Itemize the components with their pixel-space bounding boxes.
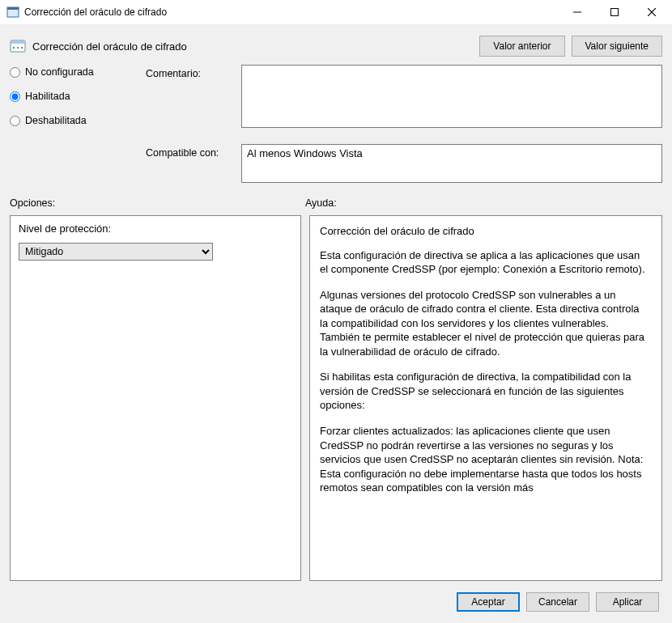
- svg-rect-1: [7, 7, 19, 10]
- minimize-button[interactable]: [559, 0, 596, 24]
- compatible-label: Compatible con:: [146, 144, 235, 159]
- panels: Nivel de protección: Mitigado Corrección…: [10, 215, 662, 581]
- help-title: Corrección del oráculo de cifrado: [320, 224, 647, 239]
- comment-textarea[interactable]: [241, 65, 662, 128]
- compatible-box: Al menos Windows Vista: [241, 144, 662, 183]
- radio-not-configured-input[interactable]: [10, 67, 20, 78]
- app-icon: [6, 6, 19, 19]
- radio-disabled-label: Deshabilitada: [25, 115, 87, 126]
- svg-rect-7: [11, 40, 25, 44]
- help-paragraph: Si habilitas esta configuración de direc…: [320, 370, 647, 413]
- radio-not-configured-label: No configurada: [25, 66, 94, 78]
- section-labels: Opciones: Ayuda:: [10, 197, 662, 209]
- svg-point-9: [17, 47, 19, 49]
- help-section-label: Ayuda:: [305, 197, 662, 209]
- comment-label: Comentario:: [146, 65, 235, 79]
- help-paragraph: Forzar clientes actualizados: las aplica…: [320, 424, 647, 495]
- dialog-footer: Aceptar Cancelar Aplicar: [10, 581, 662, 623]
- maximize-button[interactable]: [596, 0, 633, 24]
- compatible-value: Al menos Windows Vista: [247, 147, 363, 159]
- radio-enabled-input[interactable]: [10, 91, 20, 102]
- radio-disabled[interactable]: Deshabilitada: [10, 115, 139, 126]
- apply-button[interactable]: Aplicar: [596, 592, 659, 612]
- radio-enabled-label: Habilitada: [25, 91, 70, 102]
- previous-setting-button[interactable]: Valor anterior: [479, 36, 564, 57]
- svg-point-10: [21, 47, 23, 49]
- cancel-button[interactable]: Cancelar: [526, 592, 589, 612]
- help-paragraph: Esta configuración de directiva se aplic…: [320, 248, 647, 277]
- content-area: Corrección del oráculo de cifrado Valor …: [0, 24, 672, 623]
- protection-level-label: Nivel de protección:: [19, 222, 292, 235]
- help-panel: Corrección del oráculo de cifrado Esta c…: [309, 215, 662, 581]
- config-grid: No configurada Habilitada Deshabilitada …: [10, 65, 662, 183]
- radio-not-configured[interactable]: No configurada: [10, 66, 139, 78]
- window-title: Corrección del oráculo de cifrado: [24, 6, 167, 18]
- policy-title: Corrección del oráculo de cifrado: [32, 40, 187, 53]
- state-radio-group: No configurada Habilitada Deshabilitada: [10, 65, 139, 139]
- titlebar: Corrección del oráculo de cifrado: [0, 0, 672, 24]
- svg-point-8: [13, 47, 15, 49]
- next-setting-button[interactable]: Valor siguiente: [572, 36, 663, 57]
- policy-icon: [10, 38, 26, 54]
- protection-level-select[interactable]: Mitigado: [19, 243, 213, 261]
- svg-rect-3: [611, 9, 619, 16]
- ok-button[interactable]: Aceptar: [457, 592, 520, 612]
- radio-disabled-input[interactable]: [10, 116, 20, 126]
- help-text-scroll[interactable]: Corrección del oráculo de cifrado Esta c…: [318, 222, 653, 574]
- help-paragraph: Algunas versiones del protocolo CredSSP …: [320, 288, 647, 359]
- policy-header: Corrección del oráculo de cifrado Valor …: [10, 31, 662, 65]
- radio-enabled[interactable]: Habilitada: [10, 91, 139, 102]
- options-section-label: Opciones:: [10, 197, 305, 209]
- close-button[interactable]: [633, 0, 670, 24]
- options-panel: Nivel de protección: Mitigado: [10, 215, 301, 581]
